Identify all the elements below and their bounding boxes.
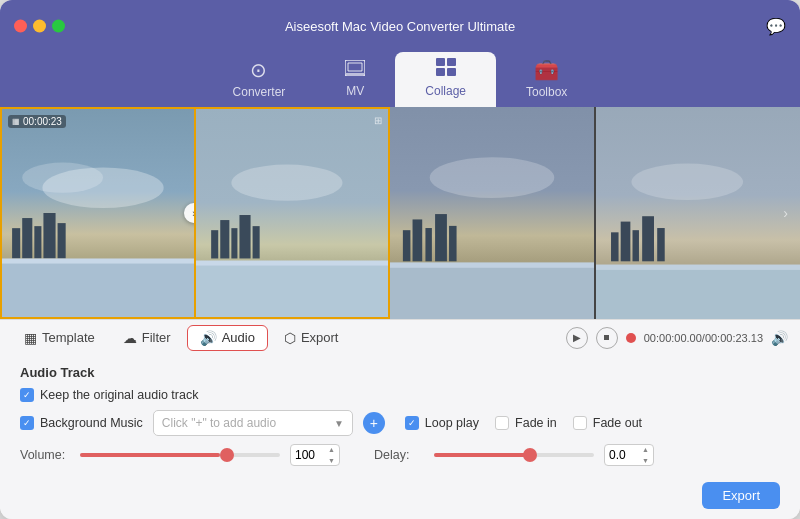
- bg-music-label: Background Music: [40, 416, 143, 430]
- bottom-tabs: ▦ Template ☁ Filter 🔊 Audio ⬡ Export: [12, 325, 350, 351]
- volume-icon[interactable]: 🔊: [771, 330, 788, 346]
- svg-rect-12: [58, 223, 66, 258]
- svg-rect-29: [435, 214, 447, 261]
- svg-rect-9: [22, 218, 32, 258]
- keep-original-checkbox[interactable]: ✓: [20, 388, 34, 402]
- dropdown-arrow: ▼: [334, 418, 344, 429]
- tab-export[interactable]: ⬡ Export: [272, 326, 351, 350]
- left-video-thumb-1: ▦ 00:00:23 ›: [0, 107, 196, 319]
- export-row: Export: [0, 474, 800, 519]
- audio-section: Audio Track ✓ Keep the original audio tr…: [0, 355, 800, 474]
- video-cut-indicator: ⊞: [374, 115, 382, 126]
- tab-template[interactable]: ▦ Template: [12, 326, 107, 350]
- svg-point-25: [430, 157, 555, 198]
- tab-filter[interactable]: ☁ Filter: [111, 326, 183, 350]
- maximize-button[interactable]: [52, 20, 65, 33]
- controls-bar: ▦ Template ☁ Filter 🔊 Audio ⬡ Export ▶: [0, 319, 800, 355]
- audio-section-title: Audio Track: [20, 365, 780, 380]
- volume-slider-thumb[interactable]: [220, 448, 234, 462]
- checkmark-icon: ✓: [23, 390, 31, 400]
- volume-label: Volume:: [20, 448, 70, 462]
- bg-music-checkbox-label[interactable]: ✓ Background Music: [20, 416, 143, 430]
- svg-rect-11: [43, 213, 55, 258]
- close-button[interactable]: [14, 20, 27, 33]
- fade-in-text: Fade in: [515, 416, 557, 430]
- right-video-panel: ›: [390, 107, 800, 319]
- svg-rect-30: [449, 226, 457, 261]
- svg-point-16: [231, 164, 342, 200]
- add-audio-button[interactable]: +: [363, 412, 385, 434]
- delay-slider-thumb[interactable]: [523, 448, 537, 462]
- audio-tab-icon: 🔊: [200, 330, 217, 346]
- volume-value-input[interactable]: 100 ▲ ▼: [290, 444, 340, 466]
- volume-up-arrow[interactable]: ▲: [328, 444, 335, 455]
- fade-out-checkbox[interactable]: [573, 416, 587, 430]
- tab-toolbox[interactable]: 🧰 Toolbox: [496, 52, 597, 107]
- delay-down-arrow[interactable]: ▼: [642, 455, 649, 466]
- keep-original-checkbox-label[interactable]: ✓ Keep the original audio track: [20, 388, 198, 402]
- audio-file-dropdown[interactable]: Click "+" to add audio ▼: [153, 410, 353, 436]
- svg-rect-38: [642, 216, 654, 261]
- loop-play-label[interactable]: ✓ Loop play: [405, 416, 479, 430]
- volume-slider-track[interactable]: [80, 453, 280, 457]
- delay-value-input[interactable]: 0.0 ▲ ▼: [604, 444, 654, 466]
- volume-down-arrow[interactable]: ▼: [328, 455, 335, 466]
- tab-filter-label: Filter: [142, 330, 171, 345]
- loop-checkmark: ✓: [408, 418, 416, 428]
- delay-slider-fill: [434, 453, 530, 457]
- play-button[interactable]: ▶: [566, 327, 588, 349]
- svg-rect-20: [239, 215, 250, 258]
- svg-point-7: [22, 162, 103, 192]
- tab-template-label: Template: [42, 330, 95, 345]
- delay-spinner[interactable]: ▲ ▼: [642, 444, 649, 466]
- svg-rect-39: [657, 228, 665, 261]
- svg-rect-41: [596, 270, 800, 319]
- export-tab-icon: ⬡: [284, 330, 296, 346]
- svg-point-34: [631, 164, 743, 201]
- fade-in-label[interactable]: Fade in: [495, 416, 557, 430]
- export-button[interactable]: Export: [702, 482, 780, 509]
- video-timestamp: ▦ 00:00:23: [8, 115, 66, 128]
- volume-value: 100: [295, 448, 315, 462]
- background-music-row: ✓ Background Music Click "+" to add audi…: [20, 410, 780, 436]
- fade-out-text: Fade out: [593, 416, 642, 430]
- fade-out-label[interactable]: Fade out: [573, 416, 642, 430]
- delay-up-arrow[interactable]: ▲: [642, 444, 649, 455]
- titlebar: Aiseesoft Mac Video Converter Ultimate 💬: [0, 0, 800, 52]
- svg-rect-37: [633, 230, 639, 261]
- svg-rect-17: [211, 230, 218, 258]
- toolbox-icon: 🧰: [534, 58, 559, 82]
- svg-rect-18: [220, 220, 229, 258]
- nav-tabs: ⊙ Converter MV Collage 🧰 Toolbox: [0, 52, 800, 107]
- tab-mv[interactable]: MV: [315, 52, 395, 107]
- tab-collage[interactable]: Collage: [395, 52, 496, 107]
- playback-controls: ▶ ⏹ 00:00:00.00/00:00:23.13 🔊: [566, 327, 788, 349]
- svg-rect-23: [196, 266, 388, 317]
- tab-export-label: Export: [301, 330, 339, 345]
- svg-rect-28: [425, 228, 431, 261]
- stop-button[interactable]: ⏹: [596, 327, 618, 349]
- left-video-thumb-2: ⊞: [196, 107, 390, 319]
- svg-rect-8: [12, 228, 20, 258]
- collage-icon: [436, 58, 456, 81]
- loop-play-checkbox[interactable]: ✓: [405, 416, 419, 430]
- record-indicator: [626, 333, 636, 343]
- tab-audio-label: Audio: [222, 330, 255, 345]
- delay-slider-track[interactable]: [434, 453, 594, 457]
- left-video-panel: ▦ 00:00:23 ›: [0, 107, 390, 319]
- tab-audio[interactable]: 🔊 Audio: [187, 325, 268, 351]
- volume-spinner[interactable]: ▲ ▼: [328, 444, 335, 466]
- svg-rect-19: [231, 228, 237, 258]
- bg-music-checkbox[interactable]: ✓: [20, 416, 34, 430]
- svg-rect-27: [413, 219, 423, 261]
- time-display: 00:00:00.00/00:00:23.13: [644, 332, 763, 344]
- video-preview-area: ▦ 00:00:23 ›: [0, 107, 800, 319]
- chat-icon[interactable]: 💬: [766, 17, 786, 36]
- minimize-button[interactable]: [33, 20, 46, 33]
- fade-in-checkbox[interactable]: [495, 416, 509, 430]
- right-arrow-icon: ›: [783, 205, 788, 221]
- tab-converter-label: Converter: [233, 85, 286, 99]
- tab-converter[interactable]: ⊙ Converter: [203, 52, 316, 107]
- svg-rect-14: [2, 264, 194, 317]
- traffic-lights: [14, 20, 65, 33]
